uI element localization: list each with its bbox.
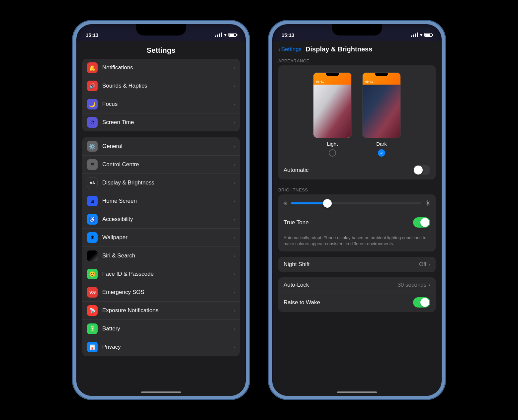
- chevron-icon: ›: [233, 344, 235, 350]
- sounds-label: Sounds & Haptics: [102, 83, 233, 89]
- back-label: Settings: [281, 46, 302, 53]
- battery-label: Battery: [102, 325, 233, 332]
- automatic-toggle[interactable]: [413, 165, 430, 175]
- slider-fill: [291, 202, 327, 204]
- dark-label: Dark: [376, 141, 387, 147]
- chevron-icon: ›: [233, 120, 235, 125]
- exposure-icon: 📡: [87, 305, 98, 316]
- status-bar-right: 15:13 ▾: [272, 24, 442, 41]
- true-tone-toggle[interactable]: [413, 217, 430, 228]
- row-face-id[interactable]: 😊 Face ID & Passcode ›: [82, 265, 240, 283]
- back-chevron-icon: ‹: [278, 45, 281, 53]
- face-id-icon: 😊: [87, 269, 98, 279]
- automatic-label: Automatic: [284, 167, 309, 174]
- light-label: Light: [327, 141, 338, 147]
- night-shift-row[interactable]: Night Shift Off ›: [278, 257, 436, 272]
- light-radio[interactable]: [329, 149, 336, 157]
- display-brightness-icon: AA: [87, 177, 98, 188]
- battery-icon: [228, 33, 236, 37]
- control-centre-icon: ☰: [87, 159, 98, 170]
- chevron-icon: ›: [233, 290, 235, 295]
- accessibility-label: Accessibility: [102, 216, 233, 223]
- row-siri-search[interactable]: 🎙 Siri & Search ›: [82, 247, 240, 265]
- privacy-label: Privacy: [102, 344, 233, 350]
- chevron-icon: ›: [428, 261, 430, 268]
- detail-header: ‹ Settings Display & Brightness: [273, 41, 441, 56]
- chevron-icon: ›: [233, 180, 235, 185]
- brightness-slider[interactable]: [291, 202, 421, 204]
- chevron-icon: ›: [233, 198, 235, 204]
- row-screen-time[interactable]: ⏱ Screen Time ›: [82, 113, 240, 131]
- brightness-section-header: BRIGHTNESS: [273, 185, 441, 194]
- automatic-row: Automatic: [278, 161, 436, 179]
- row-notifications[interactable]: 🔔 Notifications ›: [82, 59, 240, 77]
- row-focus[interactable]: 🌙 Focus ›: [82, 95, 240, 113]
- notifications-label: Notifications: [102, 64, 233, 71]
- back-button[interactable]: ‹ Settings: [278, 45, 302, 53]
- chevron-icon: ›: [233, 83, 235, 89]
- auto-lock-label: Auto-Lock: [284, 282, 309, 288]
- exposure-label: Exposure Notifications: [102, 307, 233, 314]
- slider-thumb: [323, 199, 332, 208]
- row-control-centre[interactable]: ☰ Control Centre ›: [82, 156, 240, 174]
- battery-row-icon: 🔋: [87, 323, 98, 334]
- row-exposure[interactable]: 📡 Exposure Notifications ›: [82, 302, 240, 320]
- dark-preview: 09:41: [362, 72, 401, 138]
- time-left: 15:13: [86, 32, 98, 38]
- chevron-icon: ›: [233, 253, 235, 258]
- row-home-screen[interactable]: ⊞ Home Screen ›: [82, 192, 240, 210]
- home-screen-label: Home Screen: [102, 198, 233, 204]
- home-indicator-right: [337, 391, 377, 393]
- settings-group-2: ⚙️ General › ☰ Control Centre › AA Displ…: [82, 137, 240, 356]
- row-general[interactable]: ⚙️ General ›: [82, 137, 240, 156]
- light-preview: 09:41: [313, 72, 352, 138]
- control-centre-label: Control Centre: [102, 161, 233, 168]
- light-mode-option[interactable]: 09:41 Light: [313, 72, 352, 157]
- focus-icon: 🌙: [87, 99, 98, 109]
- auto-lock-time: 30 seconds: [397, 282, 426, 288]
- true-tone-row: True Tone: [278, 213, 436, 232]
- brightness-group: ☀ ☀ True Tone Automatically adapt iPhone…: [278, 194, 436, 251]
- battery-icon-right: [424, 33, 432, 37]
- night-shift-label: Night Shift: [284, 261, 309, 268]
- settings-group-1: 🔔 Notifications › 🔊 Sounds & Haptics › 🌙…: [82, 59, 240, 131]
- dark-radio[interactable]: ✓: [378, 149, 385, 157]
- right-phone: 15:13 ▾ ‹ Settings Display & Brightness …: [269, 21, 445, 399]
- detail-page-title: Display & Brightness: [305, 45, 372, 53]
- brightness-slider-section: ☀ ☀: [278, 194, 436, 213]
- row-wallpaper[interactable]: ❄ Wallpaper ›: [82, 229, 240, 247]
- wifi-icon-right: ▾: [420, 33, 422, 37]
- auto-lock-group: Auto-Lock 30 seconds › Raise to Wake: [278, 277, 436, 312]
- auto-lock-row[interactable]: Auto-Lock 30 seconds ›: [278, 277, 436, 293]
- row-accessibility[interactable]: ♿ Accessibility ›: [82, 210, 240, 229]
- row-emergency-sos[interactable]: SOS Emergency SOS ›: [82, 283, 240, 302]
- raise-to-wake-label: Raise to Wake: [284, 299, 320, 306]
- focus-label: Focus: [102, 101, 233, 107]
- appearance-section-header: APPEARANCE: [273, 56, 441, 65]
- status-icons-right: ▾: [411, 33, 432, 37]
- status-icons-left: ▾: [215, 33, 236, 37]
- chevron-icon: ›: [233, 308, 235, 313]
- row-sounds[interactable]: 🔊 Sounds & Haptics ›: [82, 77, 240, 95]
- wifi-icon: ▾: [224, 33, 226, 37]
- true-tone-label: True Tone: [284, 219, 309, 226]
- emergency-sos-icon: SOS: [87, 287, 98, 298]
- sun-large-icon: ☀: [424, 199, 431, 208]
- row-display-brightness[interactable]: AA Display & Brightness ›: [82, 174, 240, 192]
- raise-to-wake-toggle[interactable]: [413, 297, 430, 308]
- chevron-icon: ›: [233, 162, 235, 167]
- general-label: General: [102, 143, 233, 150]
- privacy-icon: 📊: [87, 342, 98, 352]
- raise-to-wake-row: Raise to Wake: [278, 293, 436, 312]
- emergency-sos-label: Emergency SOS: [102, 289, 233, 296]
- settings-title: Settings: [77, 41, 245, 59]
- settings-screen: Settings 🔔 Notifications › 🔊 Sounds & Ha…: [77, 41, 245, 396]
- wallpaper-label: Wallpaper: [102, 234, 233, 241]
- row-battery[interactable]: 🔋 Battery ›: [82, 320, 240, 338]
- display-brightness-label: Display & Brightness: [102, 179, 233, 186]
- dark-mode-option[interactable]: 09:41 Dark ✓: [362, 72, 401, 157]
- row-privacy[interactable]: 📊 Privacy ›: [82, 338, 240, 356]
- siri-label: Siri & Search: [102, 252, 233, 259]
- screen-time-label: Screen Time: [102, 119, 233, 126]
- accessibility-icon: ♿: [87, 214, 98, 225]
